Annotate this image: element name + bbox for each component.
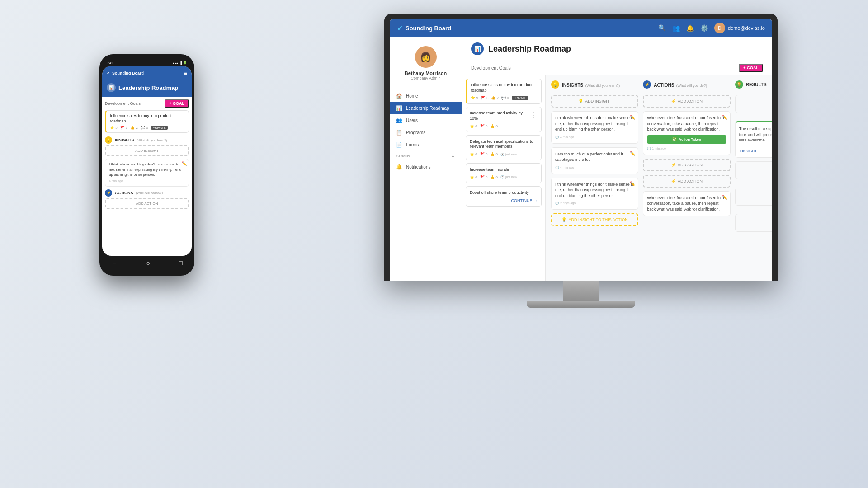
phone-goal-card[interactable]: Influence sales to buy into product road… [105,110,189,133]
notification-nav-icon: 🔔 [396,164,402,170]
edit-insight-2-icon[interactable]: ✏️ [630,181,635,187]
trophy-placeholder-3: 🏆 [735,214,772,232]
phone-actions-icon: ⚡ [105,189,112,197]
bell-icon[interactable]: 🔔 [686,24,694,32]
edit-action-0-icon[interactable]: ✏️ [722,114,727,121]
phone-app-header: ✓ Sounding Board ≡ [102,66,192,80]
goals-panel: Influence sales to buy into product road… [462,75,546,281]
more-options-icon[interactable]: ⋮ [530,111,538,119]
sidebar-item-home[interactable]: 🏠 Home [390,90,462,102]
add-action-1-icon: ⚡ [671,163,676,167]
insights-col-icon: 💡 [551,80,559,89]
roadmap-icon: 📊 [396,105,402,111]
scene: ✓ Sounding Board 🔍 👥 🔔 ⚙️ D demo@devias.… [0,0,868,488]
goal-card-1[interactable]: ⋮ Increase team productivity by 10% ⭐ 0 … [466,107,542,132]
sidebar-item-programs[interactable]: 📋 Programs [390,127,462,139]
action-taken-button[interactable]: ✅ Action Taken [647,135,726,144]
phone-add-goal-button[interactable]: + GOAL [165,99,189,108]
phone-logo: ✓ Sounding Board [107,71,144,75]
sidebar-item-forms[interactable]: 📄 Forms [390,139,462,151]
insights-col-subtitle: (What did you learn?) [585,84,620,88]
sidebar-avatar: 👩 [415,46,437,68]
goal-card-3[interactable]: Increase team morale ⭐ 0 🚩 0 👍 0 🕐 just … [466,163,542,183]
phone-add-action-button[interactable]: ADD ACTION [105,198,189,209]
phone-goal-stars: ⭐ 5 [110,126,118,130]
collapse-icon[interactable]: ▲ [451,154,455,158]
actions-column: ⚡ ACTIONS (What will you do?) ⚡ ADD ACTI… [643,80,730,232]
monitor-stand-wrap [384,281,778,301]
forms-icon: 📄 [396,142,402,148]
insight-card-0-text: I think whenever things don't make sense… [555,115,634,132]
add-action-button-top[interactable]: ⚡ ADD ACTION [643,95,730,108]
sidebar-item-notifications[interactable]: 🔔 Notifications [390,161,462,173]
wifi-icon: ▐ [179,61,182,65]
users-icon[interactable]: 👥 [672,24,680,32]
goal-thumbs: 👍 2 [491,96,499,100]
page-title: Leadership Roadmap [488,44,571,54]
insight-card-2-text: I think whenever things don't make sense… [555,182,634,199]
actions-col-title-wrap: ACTIONS (What will you do?) [654,80,707,89]
sidebar-roadmap-label: Leadership Roadmap [406,106,449,111]
add-action-2-icon: ⚡ [671,179,676,183]
phone-add-insight-button[interactable]: ADD INSIGHT [105,145,189,156]
edit-insight-1-icon[interactable]: ✏️ [630,150,635,157]
insight-card-1-time: 🕐 4 min ago [555,165,634,170]
header-nav-icons: 🔍 👥 🔔 ⚙️ D demo@devias.io [658,23,765,33]
insight-card-0-time: 🕐 4 min ago [555,135,634,140]
phone-back-button[interactable]: ← [111,259,118,267]
phone-recents-button[interactable]: □ [179,259,183,267]
kanban-area: 💡 INSIGHTS (What did you learn?) 💡 ADD [546,75,772,281]
desktop-monitor: ✓ Sounding Board 🔍 👥 🔔 ⚙️ D demo@devias.… [384,14,778,308]
phone-menu-icon[interactable]: ≡ [184,70,187,77]
sidebar-forms-label: Forms [406,142,419,147]
add-action-button-2[interactable]: ⚡ ADD ACTION [643,175,730,188]
actions-col-subtitle: (What will you do?) [676,84,707,88]
edit-action-3-icon[interactable]: ✏️ [722,194,727,201]
phone-goal-title: Influence sales to buy into product road… [110,113,185,124]
add-goal-button[interactable]: + GOAL [739,64,763,72]
add-insight-to-action-button[interactable]: 💡 ADD INSIGHT TO THIS ACTION [551,213,638,226]
phone-dev-goals-label: Development Goals [105,101,141,106]
user-info[interactable]: D demo@devias.io [714,23,765,33]
sidebar-user-role: Company Admin [410,76,440,80]
gear-icon[interactable]: ⚙️ [700,24,708,32]
signal-icons: ●●● ▐ 🔋 [172,61,187,65]
insights-col-header: 💡 INSIGHTS (What did you learn?) [551,80,638,91]
admin-label: Admin [396,154,410,158]
sidebar-item-leadership-roadmap[interactable]: 📊 Leadership Roadmap [390,102,462,114]
phone-app-name: Sounding Board [112,71,144,75]
trophy-placeholder-top: 🏆 [735,95,772,113]
action-card-0-text: Whenever I feel frustrated or confused i… [647,115,726,132]
continue-link[interactable]: CONTINUE → [470,198,538,203]
dev-goals-bar: Development Goals + GOAL [462,61,772,75]
results-col-icon: 🏆 [735,80,743,89]
sidebar-profile: 👩 Bethany Morrison Company Admin [390,42,462,86]
phone-edit-insight-icon[interactable]: ✏️ [182,161,187,167]
phone-insights-sub: (What did you learn?) [137,139,167,142]
phone-page-header: 📊 Leadership Roadmap [102,80,192,97]
actions-col-title: ACTIONS [654,83,674,88]
goal-card-2[interactable]: Delegate technical specifications to rel… [466,135,542,160]
signal-icon: ●●● [172,61,178,65]
add-insight-button-top[interactable]: 💡 ADD INSIGHT [551,95,638,108]
page-icon: 📊 [471,42,484,55]
phone-home-button[interactable]: ○ [146,259,150,267]
action-card-3: ✏️ Whenever I feel frustrated or confuse… [643,191,730,216]
add-action-button-1[interactable]: ⚡ ADD ACTION [643,159,730,171]
phone-frame: 9:41 ●●● ▐ 🔋 ✓ Sounding Board ≡ [99,54,194,276]
phone-private-badge: PRIVATE [151,126,168,130]
goal-card-4-title: Boost off shore team productivity [470,190,538,196]
goal-card-0[interactable]: Influence sales to buy into product road… [466,79,542,104]
sidebar-item-users[interactable]: 👥 Users [390,114,462,127]
goal-3-thumbs: 👍 0 [490,175,498,179]
goal-3-time: 🕐 just now [500,175,517,179]
phone-insights-icon: 💡 [105,136,112,144]
add-insight-result-link[interactable]: + INSIGHT [739,149,757,154]
edit-insight-0-icon[interactable]: ✏️ [630,114,635,121]
goal-1-stars: ⭐ 0 [470,124,477,128]
actions-col-header: ⚡ ACTIONS (What will you do?) [643,80,730,91]
goal-3-flags: 🚩 0 [480,175,488,179]
app-header: ✓ Sounding Board 🔍 👥 🔔 ⚙️ D demo@devias.… [390,19,772,37]
search-icon[interactable]: 🔍 [658,24,666,32]
goal-card-4[interactable]: Boost off shore team productivity CONTIN… [466,186,542,207]
